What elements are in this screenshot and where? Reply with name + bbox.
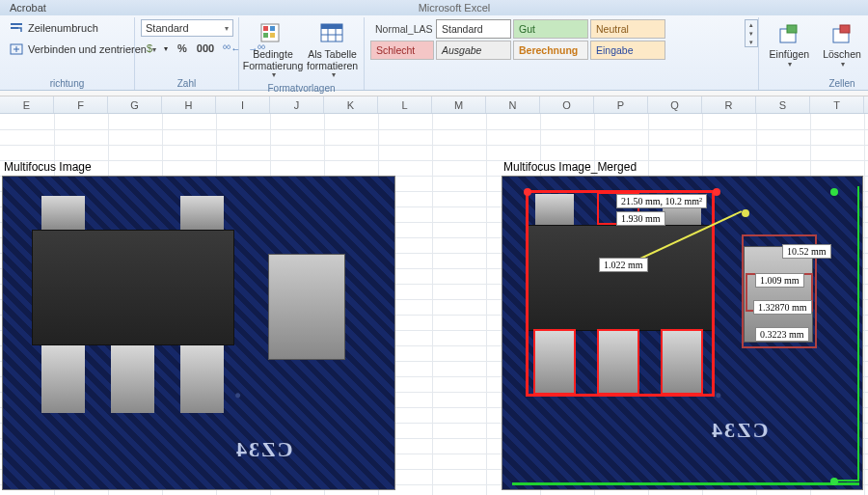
image-right-label: Multifocus Image_Merged bbox=[503, 160, 637, 174]
style-eingabe[interactable]: Eingabe bbox=[590, 41, 665, 60]
tab-acrobat[interactable]: Acrobat bbox=[10, 2, 46, 14]
thousand-icon: 000 bbox=[197, 42, 214, 54]
format-as-table-label: Als Tabelle formatieren bbox=[307, 49, 358, 71]
annotation-6: 1.32870 mm bbox=[753, 300, 812, 315]
embedded-image-right[interactable]: CZ34 21.50 mm, 10.2 mm² 1.930 mm bbox=[502, 176, 863, 490]
column-header[interactable]: Q bbox=[648, 96, 702, 113]
thousand-sep-button[interactable]: 000 bbox=[193, 40, 218, 57]
annotation-3: 1.022 mm bbox=[599, 258, 648, 272]
column-header[interactable]: I bbox=[216, 96, 270, 113]
svg-rect-5 bbox=[263, 26, 268, 31]
annotation-2: 1.930 mm bbox=[616, 211, 665, 226]
group-styles-buttons: Bedingte Formatierung Als Tabelle format… bbox=[239, 17, 365, 90]
wrap-text-icon bbox=[9, 20, 24, 36]
insert-cells-button[interactable]: Einfügen bbox=[765, 19, 814, 70]
image-left-label: Multifocus Image bbox=[4, 160, 92, 174]
group-number: Standard ▾ $▾ % 000 ⁰⁰← →⁰⁰ Zahl bbox=[135, 17, 239, 90]
worksheet[interactable]: EFGHIJKLMNOPQRST Multifocus Image Multif… bbox=[0, 96, 868, 495]
title-bar: Acrobat Microsoft Excel bbox=[0, 0, 868, 15]
merge-icon bbox=[9, 41, 24, 57]
insert-icon bbox=[775, 21, 802, 48]
merge-center-label: Verbinden und zentrieren bbox=[28, 43, 147, 55]
svg-rect-7 bbox=[263, 33, 268, 38]
embedded-image-left[interactable]: CZ34 bbox=[2, 176, 395, 490]
insert-cells-label: Einfügen bbox=[770, 49, 809, 61]
column-header[interactable]: M bbox=[432, 96, 486, 113]
svg-rect-15 bbox=[787, 25, 797, 33]
annotation-7: 0.3223 mm bbox=[755, 327, 809, 342]
group-label-number: Zahl bbox=[141, 77, 232, 90]
group-cell-styles: Normal_LAS ... Standard Gut Neutral Schl… bbox=[365, 17, 758, 90]
svg-rect-17 bbox=[840, 25, 850, 33]
delete-cells-button[interactable]: Löschen bbox=[818, 19, 867, 70]
column-header[interactable]: E bbox=[0, 96, 54, 113]
delete-icon bbox=[828, 21, 855, 48]
percent-button[interactable]: % bbox=[174, 40, 191, 57]
column-headers[interactable]: EFGHIJKLMNOPQRST bbox=[0, 96, 868, 114]
column-header[interactable]: R bbox=[702, 96, 756, 113]
column-header[interactable]: N bbox=[486, 96, 540, 113]
group-alignment: Zeilenumbruch Verbinden und zentrieren r… bbox=[0, 17, 135, 90]
svg-rect-10 bbox=[321, 24, 342, 29]
svg-rect-8 bbox=[270, 33, 275, 38]
cell-style-gallery[interactable]: Normal_LAS ... Standard Gut Neutral Schl… bbox=[370, 19, 743, 60]
wrap-text-label: Zeilenumbruch bbox=[28, 22, 98, 34]
column-header[interactable]: L bbox=[378, 96, 432, 113]
style-normal-las[interactable]: Normal_LAS ... bbox=[370, 19, 434, 39]
group-label-cells: Zellen bbox=[765, 77, 868, 90]
column-header[interactable]: K bbox=[324, 96, 378, 113]
conditional-formatting-label: Bedingte Formatierung bbox=[243, 49, 303, 71]
column-header[interactable]: T bbox=[810, 96, 864, 113]
window-title: Microsoft Excel bbox=[419, 2, 491, 14]
annotation-4: 10.52 mm bbox=[782, 244, 831, 259]
format-as-table-icon bbox=[319, 21, 346, 48]
svg-rect-6 bbox=[270, 26, 275, 31]
column-header[interactable]: J bbox=[270, 96, 324, 113]
delete-cells-label: Löschen bbox=[823, 49, 861, 61]
accounting-format-button[interactable]: $▾ bbox=[141, 40, 172, 57]
inc-decimal-icon: ⁰⁰← bbox=[223, 43, 240, 54]
column-header[interactable]: S bbox=[756, 96, 810, 113]
annotation-1: 21.50 mm, 10.2 mm² bbox=[616, 194, 707, 208]
group-label-styles: Formatvorlagen bbox=[245, 82, 358, 95]
conditional-formatting-button[interactable]: Bedingte Formatierung bbox=[245, 19, 301, 82]
conditional-formatting-icon bbox=[259, 21, 286, 48]
style-gallery-more[interactable]: ▴▾▾ bbox=[745, 19, 758, 47]
group-cells: Einfügen Löschen Format Zellen bbox=[758, 17, 868, 90]
style-standard[interactable]: Standard bbox=[436, 19, 511, 39]
style-schlecht[interactable]: Schlecht bbox=[370, 41, 434, 60]
column-header[interactable]: G bbox=[108, 96, 162, 113]
svg-rect-1 bbox=[11, 27, 18, 29]
style-gut[interactable]: Gut bbox=[513, 19, 588, 39]
style-berechnung[interactable]: Berechnung bbox=[513, 41, 588, 60]
column-header[interactable]: O bbox=[540, 96, 594, 113]
annotation-5: 1.009 mm bbox=[755, 273, 804, 288]
column-header[interactable]: H bbox=[162, 96, 216, 113]
percent-icon: % bbox=[177, 42, 187, 54]
style-ausgabe[interactable]: Ausgabe bbox=[436, 41, 511, 60]
style-neutral[interactable]: Neutral bbox=[590, 19, 665, 39]
sheet-body[interactable]: Multifocus Image Multifocus Image_Merged… bbox=[0, 114, 868, 495]
number-format-combo[interactable]: Standard ▾ bbox=[141, 19, 233, 37]
svg-rect-0 bbox=[11, 23, 22, 25]
format-as-table-button[interactable]: Als Tabelle formatieren bbox=[305, 19, 360, 82]
column-header[interactable]: F bbox=[54, 96, 108, 113]
svg-text:$: $ bbox=[147, 42, 152, 54]
currency-icon: $ bbox=[145, 41, 160, 56]
number-format-value: Standard bbox=[146, 22, 189, 34]
group-label-alignment: richtung bbox=[6, 77, 128, 90]
column-header[interactable]: P bbox=[594, 96, 648, 113]
ribbon: Zeilenumbruch Verbinden und zentrieren r… bbox=[0, 15, 868, 91]
